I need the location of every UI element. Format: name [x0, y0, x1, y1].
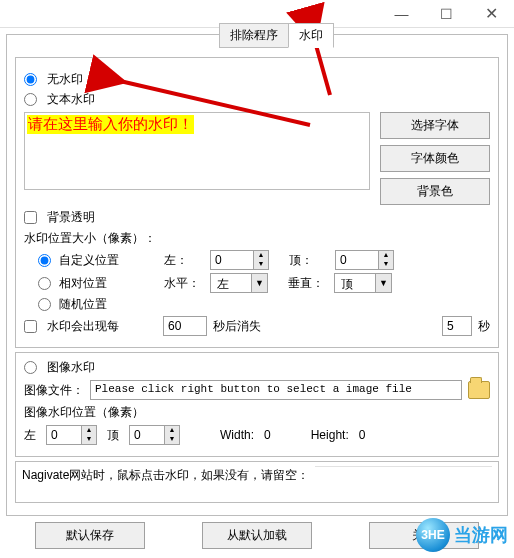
bg-color-button[interactable]: 背景色 — [380, 178, 490, 205]
load-default-button[interactable]: 从默认加载 — [202, 522, 312, 549]
img-top-stepper[interactable]: ▲▼ — [129, 425, 180, 445]
image-file-field[interactable]: Please click right button to select a im… — [90, 380, 462, 400]
site-logo-icon: 3HE — [416, 518, 450, 552]
chevron-down-icon: ▼ — [251, 274, 267, 292]
radio-random-pos[interactable] — [38, 298, 51, 311]
radio-text-watermark[interactable] — [24, 93, 37, 106]
reappear-after-label: 秒后消失 — [213, 318, 261, 335]
tab-exclude[interactable]: 排除程序 — [219, 23, 289, 48]
font-color-button[interactable]: 字体颜色 — [380, 145, 490, 172]
radio-no-watermark[interactable] — [24, 73, 37, 86]
reappear-delay-value[interactable] — [443, 317, 471, 335]
reappear-seconds-stepper[interactable] — [163, 316, 207, 336]
site-watermark: 3HE 当游网 — [416, 518, 508, 552]
height-label: Height: — [311, 428, 349, 442]
img-top-label: 顶 — [107, 427, 119, 444]
radio-random-pos-label: 随机位置 — [59, 296, 107, 313]
navigate-input[interactable] — [315, 466, 492, 484]
image-watermark-group: 图像水印 图像文件： Please click right button to … — [15, 352, 499, 457]
vert-combo[interactable]: 顶 ▼ — [334, 273, 392, 293]
vert-combo-value: 顶 — [335, 274, 375, 292]
top-label: 顶： — [289, 252, 329, 269]
radio-custom-pos-label: 自定义位置 — [59, 252, 119, 269]
choose-font-button[interactable]: 选择字体 — [380, 112, 490, 139]
horiz-label: 水平： — [164, 275, 204, 292]
top-value[interactable] — [336, 251, 378, 269]
watermark-placeholder-text: 请在这里输入你的水印！ — [27, 115, 194, 134]
radio-image-watermark-label: 图像水印 — [47, 359, 95, 376]
left-value[interactable] — [211, 251, 253, 269]
pos-size-label: 水印位置大小（像素）： — [24, 230, 490, 247]
site-logo-text: 当游网 — [454, 523, 508, 547]
close-button[interactable]: ✕ — [469, 0, 514, 27]
img-left-stepper[interactable]: ▲▼ — [46, 425, 97, 445]
left-label: 左： — [164, 252, 204, 269]
navigate-group: Nagivate网站时，鼠标点击水印，如果没有，请留空： — [15, 461, 499, 503]
minimize-button[interactable]: — — [379, 0, 424, 27]
top-stepper[interactable]: ▲▼ — [335, 250, 394, 270]
reappear-sec-unit: 秒 — [478, 318, 490, 335]
text-watermark-group: 无水印 文本水印 请在这里输入你的水印！ 选择字体 字体颜色 背景色 背景透明 — [15, 57, 499, 348]
left-stepper[interactable]: ▲▼ — [210, 250, 269, 270]
image-file-label: 图像文件： — [24, 382, 84, 399]
img-left-value[interactable] — [47, 426, 81, 444]
navigate-label: Nagivate网站时，鼠标点击水印，如果没有，请留空： — [22, 467, 309, 484]
img-top-value[interactable] — [130, 426, 164, 444]
image-pos-label: 图像水印位置（像素） — [24, 404, 490, 421]
radio-no-watermark-label: 无水印 — [47, 71, 83, 88]
width-label: Width: — [220, 428, 254, 442]
save-default-button[interactable]: 默认保存 — [35, 522, 145, 549]
maximize-button[interactable]: ☐ — [424, 0, 469, 27]
bg-transparent-label: 背景透明 — [47, 209, 95, 226]
tab-strip: 排除程序 水印 — [219, 23, 333, 48]
reappear-checkbox[interactable] — [24, 320, 37, 333]
tab-watermark[interactable]: 水印 — [288, 23, 334, 48]
img-left-label: 左 — [24, 427, 36, 444]
reappear-delay-stepper[interactable] — [442, 316, 472, 336]
horiz-combo[interactable]: 左 ▼ — [210, 273, 268, 293]
reappear-label: 水印会出现每 — [47, 318, 119, 335]
radio-relative-pos[interactable] — [38, 277, 51, 290]
radio-text-watermark-label: 文本水印 — [47, 91, 95, 108]
folder-icon[interactable] — [468, 381, 490, 399]
bg-transparent-checkbox[interactable] — [24, 211, 37, 224]
width-value: 0 — [264, 428, 271, 442]
height-value: 0 — [359, 428, 366, 442]
main-panel: 排除程序 水印 无水印 文本水印 请在这里输入你的水印！ 选择字体 字体颜色 背… — [6, 34, 508, 516]
chevron-down-icon: ▼ — [375, 274, 391, 292]
radio-custom-pos[interactable] — [38, 254, 51, 267]
horiz-combo-value: 左 — [211, 274, 251, 292]
vert-label: 垂直： — [288, 275, 328, 292]
radio-image-watermark[interactable] — [24, 361, 37, 374]
radio-relative-pos-label: 相对位置 — [59, 275, 107, 292]
watermark-text-input[interactable]: 请在这里输入你的水印！ — [24, 112, 370, 190]
reappear-seconds-value[interactable] — [164, 317, 206, 335]
